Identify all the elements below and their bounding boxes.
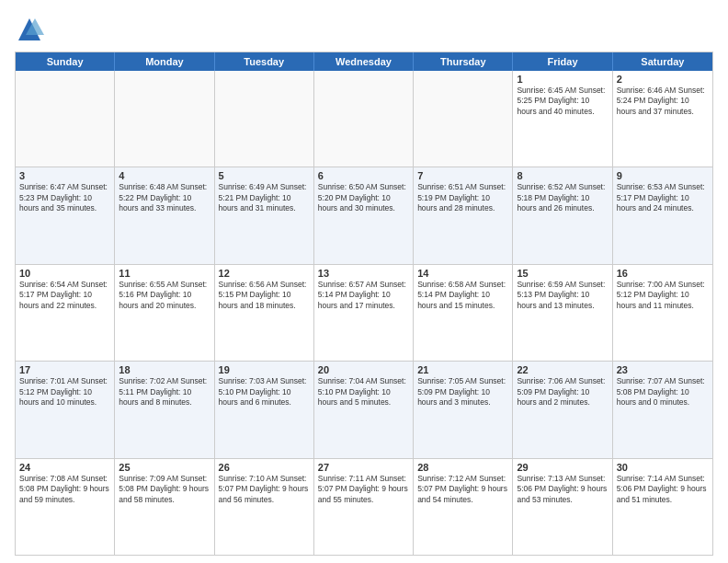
week-row-2: 3Sunrise: 6:47 AM Sunset: 5:23 PM Daylig…	[16, 167, 712, 264]
day-info: Sunrise: 7:01 AM Sunset: 5:12 PM Dayligh…	[19, 376, 110, 408]
day-info: Sunrise: 7:03 AM Sunset: 5:10 PM Dayligh…	[219, 376, 310, 408]
day-number: 12	[219, 268, 310, 279]
day-info: Sunrise: 6:45 AM Sunset: 5:25 PM Dayligh…	[517, 86, 608, 117]
day-info: Sunrise: 7:08 AM Sunset: 5:08 PM Dayligh…	[19, 474, 110, 505]
cal-cell-25: 25Sunrise: 7:09 AM Sunset: 5:08 PM Dayli…	[115, 459, 214, 555]
cal-cell-29: 29Sunrise: 7:13 AM Sunset: 5:06 PM Dayli…	[513, 459, 612, 555]
day-info: Sunrise: 7:12 AM Sunset: 5:07 PM Dayligh…	[417, 474, 508, 505]
header-day-monday: Monday	[115, 52, 214, 71]
day-info: Sunrise: 7:11 AM Sunset: 5:07 PM Dayligh…	[318, 474, 409, 505]
day-info: Sunrise: 6:54 AM Sunset: 5:17 PM Dayligh…	[19, 280, 110, 311]
cal-cell-14: 14Sunrise: 6:58 AM Sunset: 5:14 PM Dayli…	[414, 265, 513, 361]
cal-cell-empty-3	[314, 71, 414, 167]
day-number: 2	[617, 74, 709, 85]
day-info: Sunrise: 6:50 AM Sunset: 5:20 PM Dayligh…	[318, 182, 409, 213]
cal-cell-19: 19Sunrise: 7:03 AM Sunset: 5:10 PM Dayli…	[215, 362, 314, 457]
day-number: 26	[219, 462, 310, 473]
day-info: Sunrise: 6:56 AM Sunset: 5:15 PM Dayligh…	[219, 280, 310, 311]
calendar-header: SundayMondayTuesdayWednesdayThursdayFrid…	[16, 52, 712, 71]
cal-cell-4: 4Sunrise: 6:48 AM Sunset: 5:22 PM Daylig…	[115, 167, 214, 263]
cal-cell-10: 10Sunrise: 6:54 AM Sunset: 5:17 PM Dayli…	[16, 265, 115, 361]
day-info: Sunrise: 7:13 AM Sunset: 5:06 PM Dayligh…	[517, 474, 608, 505]
day-number: 28	[417, 462, 508, 473]
day-number: 19	[219, 364, 310, 375]
day-number: 29	[517, 462, 608, 473]
cal-cell-8: 8Sunrise: 6:52 AM Sunset: 5:18 PM Daylig…	[513, 167, 612, 263]
day-info: Sunrise: 7:06 AM Sunset: 5:09 PM Dayligh…	[517, 376, 608, 408]
day-info: Sunrise: 6:53 AM Sunset: 5:17 PM Dayligh…	[617, 182, 709, 213]
day-info: Sunrise: 7:02 AM Sunset: 5:11 PM Dayligh…	[119, 376, 210, 408]
cal-cell-16: 16Sunrise: 7:00 AM Sunset: 5:12 PM Dayli…	[613, 265, 712, 361]
day-number: 27	[318, 462, 409, 473]
day-info: Sunrise: 7:04 AM Sunset: 5:10 PM Dayligh…	[318, 376, 409, 408]
day-info: Sunrise: 6:52 AM Sunset: 5:18 PM Dayligh…	[517, 182, 608, 213]
day-info: Sunrise: 6:55 AM Sunset: 5:16 PM Dayligh…	[119, 280, 210, 311]
cal-cell-empty-4	[414, 71, 513, 167]
day-number: 5	[219, 170, 310, 181]
cal-cell-18: 18Sunrise: 7:02 AM Sunset: 5:11 PM Dayli…	[115, 362, 214, 457]
day-info: Sunrise: 6:46 AM Sunset: 5:24 PM Dayligh…	[617, 86, 709, 117]
day-number: 20	[318, 364, 409, 375]
week-row-3: 10Sunrise: 6:54 AM Sunset: 5:17 PM Dayli…	[16, 265, 712, 362]
cal-cell-24: 24Sunrise: 7:08 AM Sunset: 5:08 PM Dayli…	[16, 459, 115, 555]
cal-cell-3: 3Sunrise: 6:47 AM Sunset: 5:23 PM Daylig…	[16, 167, 115, 263]
day-number: 22	[517, 364, 608, 375]
day-number: 14	[417, 268, 508, 279]
day-info: Sunrise: 7:07 AM Sunset: 5:08 PM Dayligh…	[617, 376, 709, 408]
day-info: Sunrise: 7:09 AM Sunset: 5:08 PM Dayligh…	[119, 474, 210, 505]
cal-cell-9: 9Sunrise: 6:53 AM Sunset: 5:17 PM Daylig…	[613, 167, 712, 263]
cal-cell-15: 15Sunrise: 6:59 AM Sunset: 5:13 PM Dayli…	[513, 265, 612, 361]
header	[15, 15, 713, 44]
cal-cell-5: 5Sunrise: 6:49 AM Sunset: 5:21 PM Daylig…	[215, 167, 314, 263]
day-number: 7	[417, 170, 508, 181]
day-number: 11	[119, 268, 210, 279]
day-number: 8	[517, 170, 608, 181]
cal-cell-20: 20Sunrise: 7:04 AM Sunset: 5:10 PM Dayli…	[314, 362, 414, 457]
day-info: Sunrise: 6:58 AM Sunset: 5:14 PM Dayligh…	[417, 280, 508, 311]
cal-cell-27: 27Sunrise: 7:11 AM Sunset: 5:07 PM Dayli…	[314, 459, 414, 555]
header-day-thursday: Thursday	[414, 52, 513, 71]
day-number: 23	[617, 364, 709, 375]
logo-icon	[15, 15, 44, 44]
day-info: Sunrise: 6:51 AM Sunset: 5:19 PM Dayligh…	[417, 182, 508, 213]
calendar: SundayMondayTuesdayWednesdayThursdayFrid…	[15, 52, 713, 556]
header-day-sunday: Sunday	[16, 52, 115, 71]
day-number: 25	[119, 462, 210, 473]
cal-cell-11: 11Sunrise: 6:55 AM Sunset: 5:16 PM Dayli…	[115, 265, 214, 361]
day-info: Sunrise: 6:48 AM Sunset: 5:22 PM Dayligh…	[119, 182, 210, 213]
cal-cell-empty-1	[115, 71, 214, 167]
day-number: 21	[417, 364, 508, 375]
day-number: 15	[517, 268, 608, 279]
cal-cell-30: 30Sunrise: 7:14 AM Sunset: 5:06 PM Dayli…	[613, 459, 712, 555]
day-info: Sunrise: 7:10 AM Sunset: 5:07 PM Dayligh…	[219, 474, 310, 505]
cal-cell-empty-0	[16, 71, 115, 167]
header-day-friday: Friday	[513, 52, 612, 71]
cal-cell-22: 22Sunrise: 7:06 AM Sunset: 5:09 PM Dayli…	[513, 362, 612, 457]
page: SundayMondayTuesdayWednesdayThursdayFrid…	[0, 0, 728, 563]
day-info: Sunrise: 7:00 AM Sunset: 5:12 PM Dayligh…	[617, 280, 709, 311]
day-number: 18	[119, 364, 210, 375]
day-number: 24	[19, 462, 110, 473]
week-row-1: 1Sunrise: 6:45 AM Sunset: 5:25 PM Daylig…	[16, 71, 712, 167]
logo	[15, 15, 48, 44]
day-info: Sunrise: 6:59 AM Sunset: 5:13 PM Dayligh…	[517, 280, 608, 311]
cal-cell-17: 17Sunrise: 7:01 AM Sunset: 5:12 PM Dayli…	[16, 362, 115, 457]
cal-cell-7: 7Sunrise: 6:51 AM Sunset: 5:19 PM Daylig…	[414, 167, 513, 263]
day-number: 16	[617, 268, 709, 279]
calendar-body: 1Sunrise: 6:45 AM Sunset: 5:25 PM Daylig…	[16, 71, 712, 555]
header-day-saturday: Saturday	[613, 52, 712, 71]
cal-cell-2: 2Sunrise: 6:46 AM Sunset: 5:24 PM Daylig…	[613, 71, 712, 167]
day-number: 4	[119, 170, 210, 181]
cal-cell-13: 13Sunrise: 6:57 AM Sunset: 5:14 PM Dayli…	[314, 265, 414, 361]
cal-cell-1: 1Sunrise: 6:45 AM Sunset: 5:25 PM Daylig…	[513, 71, 612, 167]
day-info: Sunrise: 7:14 AM Sunset: 5:06 PM Dayligh…	[617, 474, 709, 505]
header-day-wednesday: Wednesday	[314, 52, 414, 71]
header-day-tuesday: Tuesday	[215, 52, 314, 71]
day-number: 17	[19, 364, 110, 375]
week-row-4: 17Sunrise: 7:01 AM Sunset: 5:12 PM Dayli…	[16, 362, 712, 458]
cal-cell-23: 23Sunrise: 7:07 AM Sunset: 5:08 PM Dayli…	[613, 362, 712, 457]
cal-cell-12: 12Sunrise: 6:56 AM Sunset: 5:15 PM Dayli…	[215, 265, 314, 361]
day-number: 10	[19, 268, 110, 279]
day-number: 30	[617, 462, 709, 473]
cal-cell-21: 21Sunrise: 7:05 AM Sunset: 5:09 PM Dayli…	[414, 362, 513, 457]
